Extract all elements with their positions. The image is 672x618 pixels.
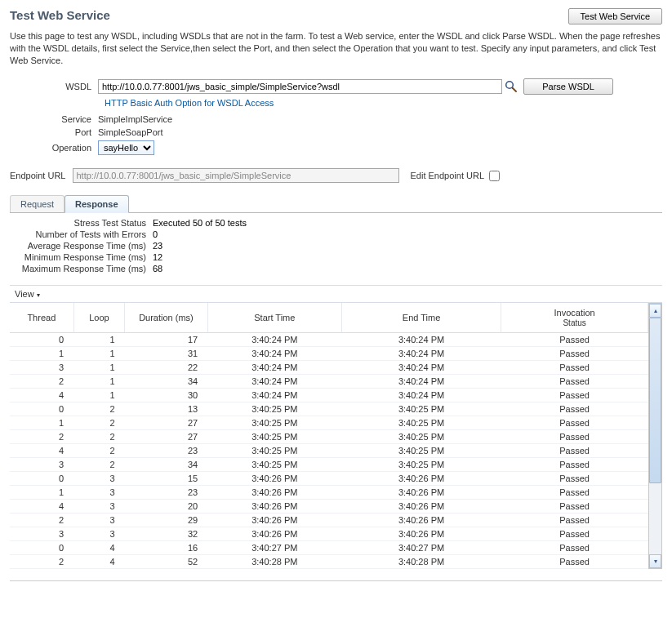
cell-duration: 15	[125, 471, 208, 485]
cell-end: 3:40:26 PM	[341, 485, 501, 499]
scroll-down-icon[interactable]: ▾	[649, 554, 661, 568]
cell-end: 3:40:28 PM	[341, 554, 501, 568]
cell-duration: 23	[125, 485, 208, 499]
cell-status: Passed	[501, 402, 648, 416]
cell-duration: 17	[125, 332, 208, 346]
table-row[interactable]: 02133:40:25 PM3:40:25 PMPassed	[10, 402, 648, 416]
col-duration[interactable]: Duration (ms)	[125, 303, 208, 333]
cell-start: 3:40:24 PM	[207, 346, 341, 360]
col-end-time[interactable]: End Time	[341, 303, 501, 333]
cell-thread: 0	[10, 402, 73, 416]
cell-loop: 3	[73, 499, 125, 513]
table-row[interactable]: 13233:40:26 PM3:40:26 PMPassed	[10, 485, 648, 499]
search-icon[interactable]	[504, 79, 518, 94]
scroll-up-icon[interactable]: ▴	[649, 304, 661, 318]
cell-loop: 3	[73, 485, 125, 499]
endpoint-url-label: Endpoint URL	[10, 171, 73, 180]
table-row[interactable]: 22273:40:25 PM3:40:25 PMPassed	[10, 429, 648, 443]
tab-response[interactable]: Response	[65, 195, 129, 213]
status-value: Executed 50 of 50 tests	[153, 218, 247, 228]
cell-duration: 22	[125, 360, 208, 374]
test-web-service-button[interactable]: Test Web Service	[568, 8, 662, 24]
port-label: Port	[10, 127, 98, 137]
cell-loop: 4	[73, 540, 125, 554]
table-row[interactable]: 04163:40:27 PM3:40:27 PMPassed	[10, 540, 648, 554]
cell-end: 3:40:25 PM	[341, 429, 501, 443]
cell-thread: 1	[10, 485, 73, 499]
cell-end: 3:40:25 PM	[341, 443, 501, 457]
wsdl-input[interactable]	[98, 79, 502, 94]
cell-loop: 3	[73, 471, 125, 485]
cell-start: 3:40:25 PM	[207, 402, 341, 416]
cell-status: Passed	[501, 388, 648, 402]
cell-duration: 16	[125, 540, 208, 554]
cell-duration: 32	[125, 527, 208, 540]
table-row[interactable]: 32343:40:25 PM3:40:25 PMPassed	[10, 457, 648, 471]
operation-label: Operation	[10, 143, 98, 153]
intro-text: Use this page to test any WSDL, includin…	[10, 30, 662, 67]
basic-auth-link[interactable]: HTTP Basic Auth Option for WSDL Access	[105, 98, 274, 108]
cell-status: Passed	[501, 471, 648, 485]
operation-select[interactable]: sayHello	[98, 140, 154, 155]
service-label: Service	[10, 114, 98, 124]
table-row[interactable]: 31223:40:24 PM3:40:24 PMPassed	[10, 360, 648, 374]
vertical-scrollbar[interactable]: ▴ ▾	[648, 303, 662, 569]
cell-status: Passed	[501, 346, 648, 360]
col-loop[interactable]: Loop	[73, 303, 125, 333]
cell-duration: 27	[125, 429, 208, 443]
table-row[interactable]: 21343:40:24 PM3:40:24 PMPassed	[10, 374, 648, 388]
avg-label: Average Response Time (ms)	[10, 241, 153, 251]
cell-thread: 3	[10, 527, 73, 540]
cell-end: 3:40:26 PM	[341, 527, 501, 540]
parse-wsdl-button[interactable]: Parse WSDL	[523, 78, 613, 95]
cell-thread: 4	[10, 443, 73, 457]
cell-duration: 30	[125, 388, 208, 402]
cell-thread: 1	[10, 416, 73, 429]
errors-value: 0	[153, 229, 158, 239]
cell-start: 3:40:26 PM	[207, 499, 341, 513]
edit-endpoint-checkbox[interactable]	[489, 171, 500, 181]
table-row[interactable]: 43203:40:26 PM3:40:26 PMPassed	[10, 499, 648, 513]
table-row[interactable]: 41303:40:24 PM3:40:24 PMPassed	[10, 388, 648, 402]
cell-loop: 2	[73, 457, 125, 471]
cell-status: Passed	[501, 513, 648, 527]
table-row[interactable]: 12273:40:25 PM3:40:25 PMPassed	[10, 416, 648, 429]
cell-thread: 1	[10, 346, 73, 360]
wsdl-label: WSDL	[10, 82, 98, 91]
cell-start: 3:40:24 PM	[207, 388, 341, 402]
edit-endpoint-label: Edit Endpoint URL	[411, 171, 485, 180]
table-row[interactable]: 11313:40:24 PM3:40:24 PMPassed	[10, 346, 648, 360]
cell-loop: 1	[73, 346, 125, 360]
cell-loop: 2	[73, 402, 125, 416]
col-start-time[interactable]: Start Time	[207, 303, 341, 333]
cell-start: 3:40:28 PM	[207, 554, 341, 568]
view-menu[interactable]: View ▾	[15, 289, 40, 299]
cell-loop: 2	[73, 416, 125, 429]
table-row[interactable]: 23293:40:26 PM3:40:26 PMPassed	[10, 513, 648, 527]
cell-status: Passed	[501, 540, 648, 554]
min-value: 12	[153, 252, 162, 262]
cell-end: 3:40:26 PM	[341, 471, 501, 485]
table-row[interactable]: 03153:40:26 PM3:40:26 PMPassed	[10, 471, 648, 485]
cell-start: 3:40:26 PM	[207, 471, 341, 485]
cell-duration: 52	[125, 554, 208, 568]
cell-end: 3:40:26 PM	[341, 499, 501, 513]
col-invocation-status[interactable]: InvocationStatus	[501, 303, 648, 333]
cell-thread: 2	[10, 554, 73, 568]
cell-start: 3:40:25 PM	[207, 429, 341, 443]
cell-start: 3:40:26 PM	[207, 485, 341, 499]
table-row[interactable]: 33323:40:26 PM3:40:26 PMPassed	[10, 527, 648, 540]
cell-status: Passed	[501, 499, 648, 513]
scroll-thumb[interactable]	[649, 318, 661, 483]
col-thread[interactable]: Thread	[10, 303, 73, 333]
chevron-down-icon: ▾	[37, 291, 40, 298]
cell-duration: 23	[125, 443, 208, 457]
table-row[interactable]: 42233:40:25 PM3:40:25 PMPassed	[10, 443, 648, 457]
tab-request[interactable]: Request	[10, 195, 65, 212]
cell-thread: 3	[10, 360, 73, 374]
cell-start: 3:40:26 PM	[207, 513, 341, 527]
cell-start: 3:40:24 PM	[207, 374, 341, 388]
cell-thread: 2	[10, 429, 73, 443]
table-row[interactable]: 01173:40:24 PM3:40:24 PMPassed	[10, 332, 648, 346]
table-row[interactable]: 24523:40:28 PM3:40:28 PMPassed	[10, 554, 648, 568]
